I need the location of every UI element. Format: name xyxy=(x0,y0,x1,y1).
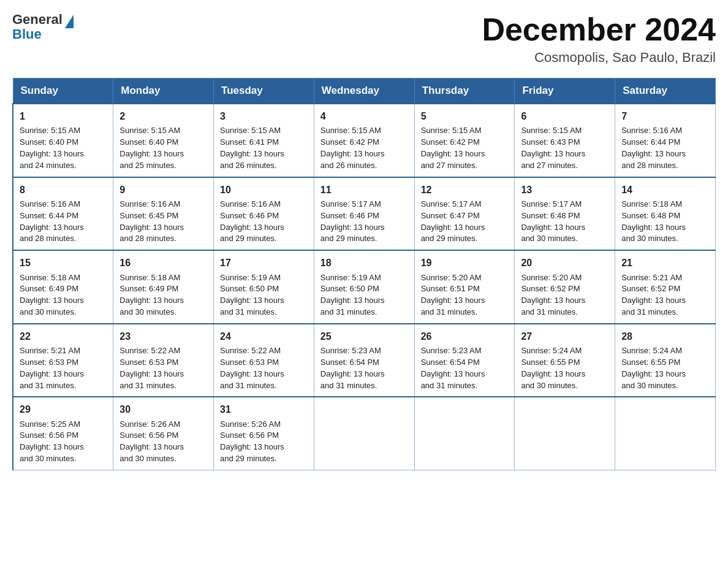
calendar-cell: 2Sunrise: 5:15 AMSunset: 6:40 PMDaylight… xyxy=(113,104,214,177)
day-number: 24 xyxy=(220,329,308,343)
day-number: 12 xyxy=(421,183,509,197)
day-info: Sunrise: 5:20 AMSunset: 6:51 PMDaylight:… xyxy=(421,272,509,318)
calendar-cell: 12Sunrise: 5:17 AMSunset: 6:47 PMDayligh… xyxy=(414,177,515,251)
day-number: 7 xyxy=(621,109,709,123)
day-info: Sunrise: 5:15 AMSunset: 6:42 PMDaylight:… xyxy=(320,125,408,171)
calendar-cell: 15Sunrise: 5:18 AMSunset: 6:49 PMDayligh… xyxy=(13,250,113,324)
calendar-cell xyxy=(414,397,515,470)
calendar-cell: 17Sunrise: 5:19 AMSunset: 6:50 PMDayligh… xyxy=(214,250,314,324)
calendar-cell: 10Sunrise: 5:16 AMSunset: 6:46 PMDayligh… xyxy=(214,177,314,251)
day-info: Sunrise: 5:15 AMSunset: 6:42 PMDaylight:… xyxy=(421,125,509,171)
logo-triangle-icon xyxy=(65,15,74,28)
calendar-cell: 13Sunrise: 5:17 AMSunset: 6:48 PMDayligh… xyxy=(515,177,615,251)
day-info: Sunrise: 5:23 AMSunset: 6:54 PMDaylight:… xyxy=(320,345,408,391)
day-number: 31 xyxy=(220,402,308,416)
day-number: 2 xyxy=(119,109,207,123)
calendar-cell: 24Sunrise: 5:22 AMSunset: 6:53 PMDayligh… xyxy=(214,324,314,397)
calendar-cell xyxy=(515,397,615,470)
day-info: Sunrise: 5:17 AMSunset: 6:46 PMDaylight:… xyxy=(320,199,408,245)
day-number: 8 xyxy=(20,183,107,197)
calendar-cell: 28Sunrise: 5:24 AMSunset: 6:55 PMDayligh… xyxy=(615,324,716,397)
day-info: Sunrise: 5:16 AMSunset: 6:44 PMDaylight:… xyxy=(621,125,709,171)
day-header-monday: Monday xyxy=(113,79,214,104)
calendar-cell: 5Sunrise: 5:15 AMSunset: 6:42 PMDaylight… xyxy=(414,104,515,177)
day-info: Sunrise: 5:15 AMSunset: 6:41 PMDaylight:… xyxy=(220,125,308,171)
day-number: 18 xyxy=(320,256,408,270)
page-header: General Blue December 2024 Cosmopolis, S… xyxy=(12,12,716,66)
day-number: 29 xyxy=(20,402,107,416)
calendar-week-3: 15Sunrise: 5:18 AMSunset: 6:49 PMDayligh… xyxy=(13,250,716,324)
day-number: 28 xyxy=(621,329,709,343)
day-info: Sunrise: 5:15 AMSunset: 6:40 PMDaylight:… xyxy=(119,125,207,171)
day-number: 4 xyxy=(320,109,408,123)
day-number: 23 xyxy=(119,329,207,343)
day-info: Sunrise: 5:21 AMSunset: 6:52 PMDaylight:… xyxy=(621,272,709,318)
day-header-wednesday: Wednesday xyxy=(314,79,414,104)
calendar-body: 1Sunrise: 5:15 AMSunset: 6:40 PMDaylight… xyxy=(13,104,716,470)
day-info: Sunrise: 5:19 AMSunset: 6:50 PMDaylight:… xyxy=(320,272,408,318)
day-info: Sunrise: 5:22 AMSunset: 6:53 PMDaylight:… xyxy=(119,345,207,391)
day-number: 26 xyxy=(421,329,509,343)
calendar-cell: 30Sunrise: 5:26 AMSunset: 6:56 PMDayligh… xyxy=(113,397,214,470)
day-info: Sunrise: 5:21 AMSunset: 6:53 PMDaylight:… xyxy=(20,345,107,391)
day-info: Sunrise: 5:15 AMSunset: 6:43 PMDaylight:… xyxy=(521,125,609,171)
calendar-cell: 16Sunrise: 5:18 AMSunset: 6:49 PMDayligh… xyxy=(113,250,214,324)
calendar-week-5: 29Sunrise: 5:25 AMSunset: 6:56 PMDayligh… xyxy=(13,397,716,470)
day-number: 13 xyxy=(521,183,609,197)
day-info: Sunrise: 5:22 AMSunset: 6:53 PMDaylight:… xyxy=(220,345,308,391)
day-number: 30 xyxy=(119,402,207,416)
calendar-week-1: 1Sunrise: 5:15 AMSunset: 6:40 PMDaylight… xyxy=(13,104,716,177)
calendar-cell: 23Sunrise: 5:22 AMSunset: 6:53 PMDayligh… xyxy=(113,324,214,397)
day-number: 15 xyxy=(20,256,107,270)
calendar-cell: 4Sunrise: 5:15 AMSunset: 6:42 PMDaylight… xyxy=(314,104,414,177)
calendar-week-2: 8Sunrise: 5:16 AMSunset: 6:44 PMDaylight… xyxy=(13,177,716,251)
day-number: 17 xyxy=(220,256,308,270)
logo-general: General xyxy=(12,12,63,27)
day-number: 1 xyxy=(20,109,107,123)
calendar-week-4: 22Sunrise: 5:21 AMSunset: 6:53 PMDayligh… xyxy=(13,324,716,397)
day-number: 16 xyxy=(119,256,207,270)
day-info: Sunrise: 5:18 AMSunset: 6:49 PMDaylight:… xyxy=(20,272,107,318)
calendar-cell: 18Sunrise: 5:19 AMSunset: 6:50 PMDayligh… xyxy=(314,250,414,324)
calendar-cell: 29Sunrise: 5:25 AMSunset: 6:56 PMDayligh… xyxy=(13,397,113,470)
day-info: Sunrise: 5:23 AMSunset: 6:54 PMDaylight:… xyxy=(421,345,509,391)
title-block: December 2024 Cosmopolis, Sao Paulo, Bra… xyxy=(482,12,716,66)
calendar-cell xyxy=(615,397,716,470)
day-info: Sunrise: 5:25 AMSunset: 6:56 PMDaylight:… xyxy=(20,419,107,465)
day-number: 14 xyxy=(621,183,709,197)
location: Cosmopolis, Sao Paulo, Brazil xyxy=(482,50,716,66)
day-number: 19 xyxy=(421,256,509,270)
logo-blue: Blue xyxy=(12,27,63,42)
month-title: December 2024 xyxy=(482,12,716,47)
day-info: Sunrise: 5:26 AMSunset: 6:56 PMDaylight:… xyxy=(119,419,207,465)
calendar-cell: 11Sunrise: 5:17 AMSunset: 6:46 PMDayligh… xyxy=(314,177,414,251)
day-info: Sunrise: 5:17 AMSunset: 6:47 PMDaylight:… xyxy=(421,199,509,245)
calendar-cell: 7Sunrise: 5:16 AMSunset: 6:44 PMDaylight… xyxy=(615,104,716,177)
day-header-sunday: Sunday xyxy=(13,79,113,104)
calendar-table: SundayMondayTuesdayWednesdayThursdayFrid… xyxy=(12,78,716,470)
calendar-cell: 25Sunrise: 5:23 AMSunset: 6:54 PMDayligh… xyxy=(314,324,414,397)
calendar-cell: 26Sunrise: 5:23 AMSunset: 6:54 PMDayligh… xyxy=(414,324,515,397)
day-header-friday: Friday xyxy=(515,79,615,104)
day-number: 20 xyxy=(521,256,609,270)
logo-text: General Blue xyxy=(12,12,63,42)
day-header-thursday: Thursday xyxy=(414,79,515,104)
calendar-cell: 22Sunrise: 5:21 AMSunset: 6:53 PMDayligh… xyxy=(13,324,113,397)
day-info: Sunrise: 5:17 AMSunset: 6:48 PMDaylight:… xyxy=(521,199,609,245)
calendar-cell: 14Sunrise: 5:18 AMSunset: 6:48 PMDayligh… xyxy=(615,177,716,251)
day-number: 9 xyxy=(119,183,207,197)
calendar-cell xyxy=(314,397,414,470)
day-info: Sunrise: 5:18 AMSunset: 6:49 PMDaylight:… xyxy=(119,272,207,318)
day-info: Sunrise: 5:24 AMSunset: 6:55 PMDaylight:… xyxy=(621,345,709,391)
calendar-cell: 6Sunrise: 5:15 AMSunset: 6:43 PMDaylight… xyxy=(515,104,615,177)
calendar-cell: 21Sunrise: 5:21 AMSunset: 6:52 PMDayligh… xyxy=(615,250,716,324)
day-number: 10 xyxy=(220,183,308,197)
day-number: 5 xyxy=(421,109,509,123)
day-info: Sunrise: 5:18 AMSunset: 6:48 PMDaylight:… xyxy=(621,199,709,245)
calendar-cell: 3Sunrise: 5:15 AMSunset: 6:41 PMDaylight… xyxy=(214,104,314,177)
calendar-cell: 1Sunrise: 5:15 AMSunset: 6:40 PMDaylight… xyxy=(13,104,113,177)
calendar-cell: 27Sunrise: 5:24 AMSunset: 6:55 PMDayligh… xyxy=(515,324,615,397)
day-number: 21 xyxy=(621,256,709,270)
day-number: 25 xyxy=(320,329,408,343)
day-number: 27 xyxy=(521,329,609,343)
